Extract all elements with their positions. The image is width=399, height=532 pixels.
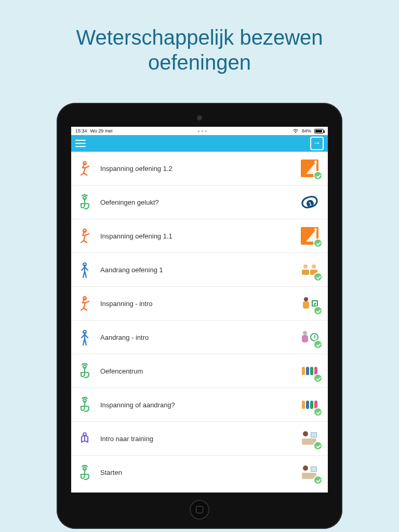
tap-icon — [76, 396, 93, 413]
menu-button[interactable] — [75, 140, 86, 147]
exercise-title: Aandrang - intro — [100, 334, 291, 341]
app-navbar — [71, 135, 328, 152]
exercise-title: Oefencentrum — [100, 367, 291, 375]
page-title: Weterschappelijk bezewen oefeningen — [0, 0, 399, 75]
status-time: 15:34 — [75, 128, 87, 134]
exit-button[interactable] — [310, 137, 324, 150]
exercise-title: Starten — [100, 469, 291, 476]
completed-check-icon — [313, 407, 323, 417]
row-thumbnail — [299, 292, 321, 314]
completed-check-icon — [313, 171, 323, 180]
row-thumbnail — [299, 360, 321, 382]
runner-icon — [76, 160, 93, 177]
exercise-title: Inspanning oefening 1.1 — [100, 232, 291, 240]
runner-icon — [76, 228, 93, 244]
tap-icon — [76, 464, 93, 481]
standing-icon — [76, 261, 93, 278]
page-title-line2: oefeningen — [148, 51, 251, 74]
exercise-title: Intro naar training — [100, 435, 291, 443]
completed-check-icon — [313, 238, 323, 248]
row-thumbnail — [299, 326, 321, 348]
runner-icon — [76, 295, 93, 312]
exercise-row[interactable]: Aandrang - intro — [71, 321, 328, 354]
svg-point-0 — [295, 132, 296, 133]
exercise-row[interactable]: Oefeningen gelukt? — [71, 185, 328, 219]
tap-icon — [76, 194, 93, 210]
tablet-camera — [197, 115, 202, 121]
exercise-title: Aandrang oefening 1 — [100, 266, 291, 274]
battery-icon — [314, 129, 324, 134]
exercise-row[interactable]: Aandrang oefening 1 — [71, 253, 328, 287]
exercise-row[interactable]: Inspanning oefening 1.1 — [71, 219, 328, 253]
completed-check-icon — [313, 475, 323, 485]
exercise-row[interactable]: Starten — [71, 456, 328, 489]
row-thumbnail — [299, 191, 321, 213]
row-thumbnail — [299, 394, 321, 416]
status-date: Wo 29 mei — [90, 128, 113, 134]
reading-icon — [76, 430, 93, 447]
exercise-row[interactable]: Inspanning oefening 1.2 — [71, 152, 328, 185]
status-bar: 15:34 Wo 29 mei 84% — [71, 127, 328, 135]
completed-check-icon — [313, 374, 323, 383]
exercise-title: Inspanning - intro — [100, 300, 291, 308]
tap-icon — [76, 363, 93, 379]
row-thumbnail — [299, 225, 321, 247]
completed-check-icon — [313, 340, 323, 349]
row-thumbnail — [299, 259, 321, 281]
completed-check-icon — [313, 306, 323, 315]
tablet-frame: 15:34 Wo 29 mei 84% — [57, 103, 342, 529]
row-thumbnail — [299, 428, 321, 449]
standing-icon — [76, 329, 93, 345]
wifi-icon — [292, 129, 299, 134]
home-button[interactable] — [190, 500, 209, 520]
app-screen: 15:34 Wo 29 mei 84% — [71, 127, 328, 493]
row-thumbnail — [299, 462, 321, 484]
exercise-list: Inspanning oefening 1.2Oefeningen gelukt… — [71, 152, 328, 493]
completed-check-icon — [313, 441, 323, 450]
battery-percentage: 84% — [302, 128, 311, 134]
exercise-title: Inspanning oefening 1.2 — [100, 165, 291, 172]
exercise-row[interactable]: Oefencentrum — [71, 354, 328, 388]
exercise-row[interactable]: Inspanning of aandrang? — [71, 388, 328, 422]
exercise-row[interactable]: Intro naar training — [71, 422, 328, 456]
exercise-title: Oefeningen gelukt? — [100, 198, 291, 206]
exercise-row[interactable]: Inspanning - intro — [71, 287, 328, 321]
row-thumbnail — [299, 157, 321, 179]
exercise-title: Inspanning of aandrang? — [100, 401, 291, 409]
completed-check-icon — [313, 272, 323, 282]
status-center-dots — [198, 130, 207, 132]
page-title-line1: Weterschappelijk bezewen — [76, 26, 323, 49]
